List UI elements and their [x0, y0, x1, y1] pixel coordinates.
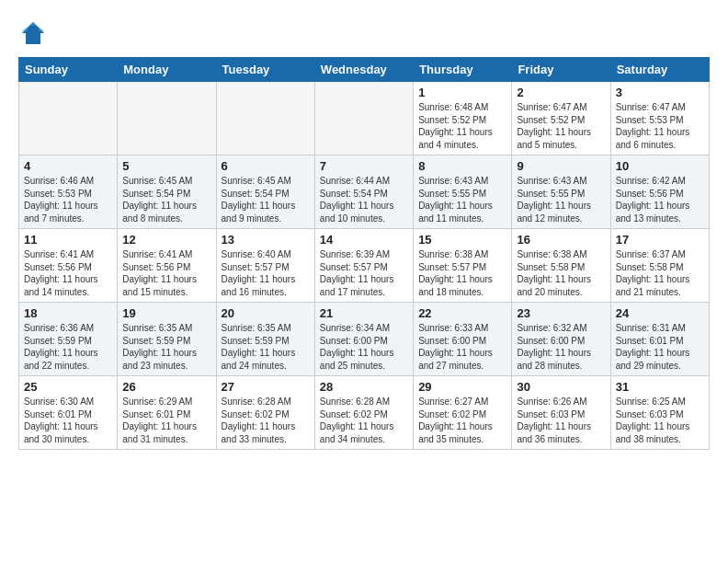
day-info: Sunrise: 6:29 AM Sunset: 6:01 PM Dayligh…: [122, 396, 210, 445]
calendar-cell: 26Sunrise: 6:29 AM Sunset: 6:01 PM Dayli…: [118, 376, 216, 450]
day-info: Sunrise: 6:41 AM Sunset: 5:56 PM Dayligh…: [24, 248, 112, 298]
day-info: Sunrise: 6:35 AM Sunset: 5:59 PM Dayligh…: [222, 322, 310, 372]
day-number: 28: [320, 380, 408, 394]
day-number: 8: [418, 159, 506, 173]
calendar-week-row: 25Sunrise: 6:30 AM Sunset: 6:01 PM Dayli…: [19, 376, 710, 450]
day-number: 13: [222, 233, 310, 247]
calendar-cell: 29Sunrise: 6:27 AM Sunset: 6:02 PM Dayli…: [414, 376, 512, 450]
day-info: Sunrise: 6:32 AM Sunset: 6:00 PM Dayligh…: [517, 322, 605, 372]
calendar-cell: 6Sunrise: 6:45 AM Sunset: 5:54 PM Daylig…: [216, 155, 314, 229]
day-number: 6: [222, 159, 310, 173]
weekday-header-sunday: Sunday: [19, 58, 118, 82]
calendar-cell: 24Sunrise: 6:31 AM Sunset: 6:01 PM Dayli…: [610, 303, 709, 376]
day-number: 18: [24, 306, 112, 320]
day-number: 3: [616, 86, 704, 99]
logo: [18, 18, 51, 48]
day-number: 24: [616, 306, 704, 320]
calendar-cell: 3Sunrise: 6:47 AM Sunset: 5:53 PM Daylig…: [610, 82, 709, 155]
weekday-header-friday: Friday: [512, 58, 610, 82]
weekday-header-saturday: Saturday: [610, 58, 709, 82]
day-info: Sunrise: 6:38 AM Sunset: 5:57 PM Dayligh…: [418, 248, 506, 298]
calendar-cell: 22Sunrise: 6:33 AM Sunset: 6:00 PM Dayli…: [414, 303, 512, 376]
logo-icon: [18, 18, 48, 48]
calendar-cell: [314, 82, 413, 155]
day-number: 20: [222, 306, 310, 320]
calendar-week-row: 4Sunrise: 6:46 AM Sunset: 5:53 PM Daylig…: [19, 155, 710, 229]
day-info: Sunrise: 6:45 AM Sunset: 5:54 PM Dayligh…: [122, 175, 210, 224]
day-info: Sunrise: 6:39 AM Sunset: 5:57 PM Dayligh…: [320, 248, 408, 298]
weekday-header-monday: Monday: [118, 58, 216, 82]
weekday-header-tuesday: Tuesday: [216, 58, 314, 82]
day-number: 26: [122, 380, 210, 394]
calendar-cell: 9Sunrise: 6:43 AM Sunset: 5:55 PM Daylig…: [512, 155, 610, 229]
calendar-cell: 25Sunrise: 6:30 AM Sunset: 6:01 PM Dayli…: [19, 376, 118, 450]
calendar-cell: [118, 82, 216, 155]
day-number: 22: [418, 306, 506, 320]
calendar-cell: [216, 82, 314, 155]
weekday-header-thursday: Thursday: [414, 58, 512, 82]
calendar-week-row: 11Sunrise: 6:41 AM Sunset: 5:56 PM Dayli…: [19, 229, 710, 303]
calendar-cell: 17Sunrise: 6:37 AM Sunset: 5:58 PM Dayli…: [610, 229, 709, 303]
day-number: 12: [122, 233, 210, 247]
day-info: Sunrise: 6:28 AM Sunset: 6:02 PM Dayligh…: [320, 396, 408, 445]
day-number: 16: [517, 233, 605, 247]
calendar-cell: 2Sunrise: 6:47 AM Sunset: 5:52 PM Daylig…: [512, 82, 610, 155]
day-info: Sunrise: 6:35 AM Sunset: 5:59 PM Dayligh…: [122, 322, 210, 372]
day-info: Sunrise: 6:44 AM Sunset: 5:54 PM Dayligh…: [320, 175, 408, 224]
day-info: Sunrise: 6:47 AM Sunset: 5:52 PM Dayligh…: [517, 101, 605, 151]
calendar-cell: 31Sunrise: 6:25 AM Sunset: 6:03 PM Dayli…: [610, 376, 709, 450]
day-number: 2: [517, 86, 605, 99]
day-info: Sunrise: 6:45 AM Sunset: 5:54 PM Dayligh…: [222, 175, 310, 224]
day-info: Sunrise: 6:37 AM Sunset: 5:58 PM Dayligh…: [616, 248, 704, 298]
calendar-cell: 4Sunrise: 6:46 AM Sunset: 5:53 PM Daylig…: [19, 155, 118, 229]
day-info: Sunrise: 6:41 AM Sunset: 5:56 PM Dayligh…: [122, 248, 210, 298]
calendar-cell: 10Sunrise: 6:42 AM Sunset: 5:56 PM Dayli…: [610, 155, 709, 229]
day-info: Sunrise: 6:28 AM Sunset: 6:02 PM Dayligh…: [222, 396, 310, 445]
calendar-week-row: 18Sunrise: 6:36 AM Sunset: 5:59 PM Dayli…: [19, 303, 710, 376]
weekday-header-wednesday: Wednesday: [314, 58, 413, 82]
day-number: 10: [616, 159, 704, 173]
calendar-header: SundayMondayTuesdayWednesdayThursdayFrid…: [19, 58, 710, 82]
calendar-cell: 28Sunrise: 6:28 AM Sunset: 6:02 PM Dayli…: [314, 376, 413, 450]
calendar-cell: 20Sunrise: 6:35 AM Sunset: 5:59 PM Dayli…: [216, 303, 314, 376]
day-number: 17: [616, 233, 704, 247]
calendar-cell: 21Sunrise: 6:34 AM Sunset: 6:00 PM Dayli…: [314, 303, 413, 376]
day-number: 21: [320, 306, 408, 320]
calendar-cell: 15Sunrise: 6:38 AM Sunset: 5:57 PM Dayli…: [414, 229, 512, 303]
calendar-cell: 12Sunrise: 6:41 AM Sunset: 5:56 PM Dayli…: [118, 229, 216, 303]
day-number: 29: [418, 380, 506, 394]
calendar-cell: 11Sunrise: 6:41 AM Sunset: 5:56 PM Dayli…: [19, 229, 118, 303]
day-info: Sunrise: 6:36 AM Sunset: 5:59 PM Dayligh…: [24, 322, 112, 372]
calendar-cell: 13Sunrise: 6:40 AM Sunset: 5:57 PM Dayli…: [216, 229, 314, 303]
day-info: Sunrise: 6:26 AM Sunset: 6:03 PM Dayligh…: [517, 396, 605, 445]
weekday-header-row: SundayMondayTuesdayWednesdayThursdayFrid…: [19, 58, 710, 82]
day-info: Sunrise: 6:43 AM Sunset: 5:55 PM Dayligh…: [517, 175, 605, 224]
header: [18, 18, 710, 48]
day-info: Sunrise: 6:33 AM Sunset: 6:00 PM Dayligh…: [418, 322, 506, 372]
day-number: 15: [418, 233, 506, 247]
calendar-cell: 27Sunrise: 6:28 AM Sunset: 6:02 PM Dayli…: [216, 376, 314, 450]
day-number: 31: [616, 380, 704, 394]
day-info: Sunrise: 6:30 AM Sunset: 6:01 PM Dayligh…: [24, 396, 112, 445]
day-number: 14: [320, 233, 408, 247]
calendar-cell: 23Sunrise: 6:32 AM Sunset: 6:00 PM Dayli…: [512, 303, 610, 376]
calendar-table: SundayMondayTuesdayWednesdayThursdayFrid…: [18, 57, 710, 450]
day-number: 19: [122, 306, 210, 320]
calendar-cell: 7Sunrise: 6:44 AM Sunset: 5:54 PM Daylig…: [314, 155, 413, 229]
day-info: Sunrise: 6:46 AM Sunset: 5:53 PM Dayligh…: [24, 175, 112, 224]
day-info: Sunrise: 6:31 AM Sunset: 6:01 PM Dayligh…: [616, 322, 704, 372]
calendar-week-row: 1Sunrise: 6:48 AM Sunset: 5:52 PM Daylig…: [19, 82, 710, 155]
day-number: 30: [517, 380, 605, 394]
day-number: 1: [418, 86, 506, 99]
calendar-cell: 19Sunrise: 6:35 AM Sunset: 5:59 PM Dayli…: [118, 303, 216, 376]
day-number: 5: [122, 159, 210, 173]
calendar-cell: 16Sunrise: 6:38 AM Sunset: 5:58 PM Dayli…: [512, 229, 610, 303]
calendar-cell: [19, 82, 118, 155]
day-info: Sunrise: 6:34 AM Sunset: 6:00 PM Dayligh…: [320, 322, 408, 372]
day-number: 11: [24, 233, 112, 247]
day-number: 25: [24, 380, 112, 394]
day-number: 27: [222, 380, 310, 394]
calendar-cell: 14Sunrise: 6:39 AM Sunset: 5:57 PM Dayli…: [314, 229, 413, 303]
calendar-cell: 1Sunrise: 6:48 AM Sunset: 5:52 PM Daylig…: [414, 82, 512, 155]
day-info: Sunrise: 6:27 AM Sunset: 6:02 PM Dayligh…: [418, 396, 506, 445]
